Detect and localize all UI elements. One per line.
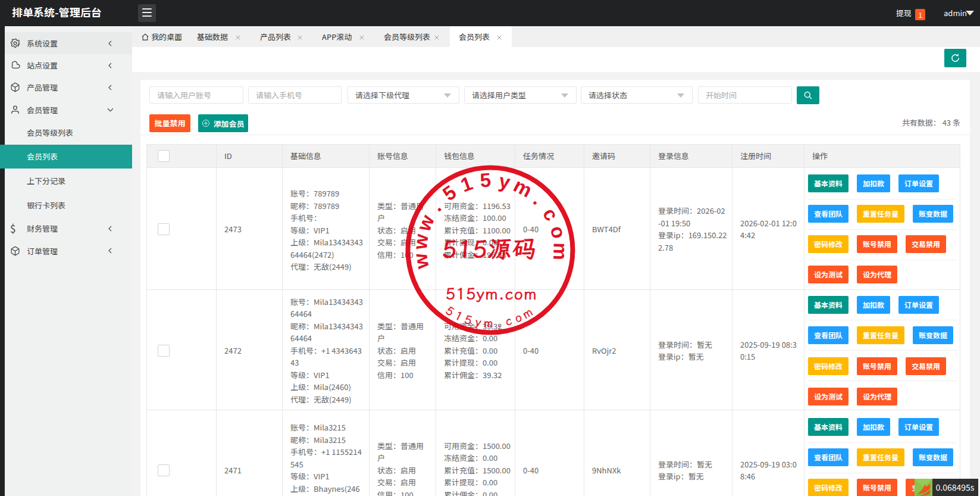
svg-text:m: m — [549, 242, 572, 260]
svg-text:w: w — [409, 252, 433, 271]
svg-text:o: o — [546, 223, 570, 241]
svg-text:c: c — [503, 312, 513, 329]
svg-text:5: 5 — [479, 169, 491, 191]
svg-text:y: y — [497, 170, 512, 194]
svg-text:.: . — [529, 189, 548, 209]
svg-text:m: m — [483, 314, 493, 330]
svg-text:c: c — [538, 204, 562, 224]
svg-text:5: 5 — [438, 181, 460, 205]
svg-text:.: . — [425, 197, 446, 215]
svg-text:w: w — [408, 233, 432, 251]
svg-text:515ym.com: 515ym.com — [445, 283, 537, 304]
svg-text:515源码: 515源码 — [441, 233, 539, 264]
svg-text:y: y — [474, 313, 482, 330]
svg-text:.: . — [495, 314, 501, 330]
svg-text:1: 1 — [458, 171, 475, 196]
svg-text:5: 5 — [462, 311, 474, 328]
